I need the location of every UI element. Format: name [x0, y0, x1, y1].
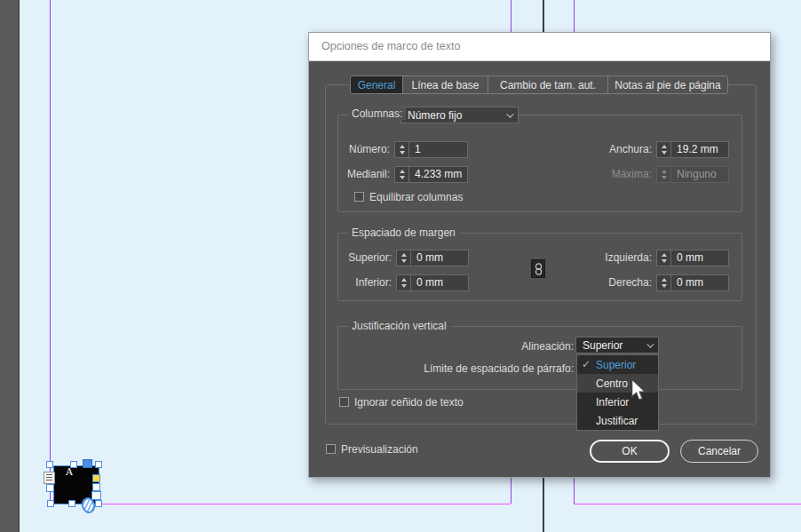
- menu-item-superior[interactable]: ✓ Superior: [577, 355, 658, 374]
- link-insets-toggle[interactable]: [531, 259, 545, 278]
- stepper-up-icon: [662, 170, 667, 173]
- bottom-margin-guide-right[interactable]: [574, 504, 801, 504]
- numero-label: Número:: [332, 143, 390, 155]
- stepper-up-icon[interactable]: [401, 253, 407, 257]
- text-frame-options-dialog: Opciones de marco de texto General Línea…: [308, 32, 771, 478]
- derecha-stepper[interactable]: [656, 274, 670, 291]
- bottom-margin-guide-left[interactable]: [50, 504, 511, 504]
- superior-stepper[interactable]: [396, 250, 410, 266]
- derecha-label: Derecha:: [575, 276, 652, 289]
- stepper-down-icon[interactable]: [400, 176, 405, 179]
- chain-link-icon: [535, 263, 543, 275]
- anchura-value[interactable]: 19.2 mm: [670, 141, 729, 158]
- maxima-label: Máxima:: [575, 168, 652, 180]
- paragraph-limit-label: Límite de espaciado de párrafo:: [405, 362, 574, 375]
- medianil-field[interactable]: 4.233 mm: [394, 166, 468, 183]
- columns-mode-value: Número fijo: [408, 109, 462, 122]
- tab-notas-al-pie[interactable]: Notas al pie de página: [608, 76, 727, 93]
- stepper-up-icon[interactable]: [662, 253, 667, 257]
- stepper-down-icon[interactable]: [662, 284, 667, 288]
- ok-button[interactable]: OK: [590, 440, 670, 463]
- tab-general[interactable]: General: [351, 76, 403, 93]
- alineacion-value: Superior: [583, 339, 623, 352]
- maxima-stepper: [656, 166, 670, 183]
- left-margin-guide[interactable]: [50, 0, 51, 504]
- stepper-up-icon[interactable]: [400, 170, 405, 173]
- stepper-down-icon[interactable]: [401, 284, 407, 288]
- vjust-groupbox: [337, 326, 742, 390]
- izquierda-stepper[interactable]: [656, 250, 670, 266]
- medianil-label: Medianil:: [332, 168, 390, 180]
- dialog-title: Opciones de marco de texto: [321, 40, 460, 52]
- stepper-up-icon[interactable]: [662, 145, 667, 148]
- medianil-stepper[interactable]: [394, 166, 408, 183]
- pasteboard-strip: [0, 0, 20, 532]
- anchura-field[interactable]: 19.2 mm: [656, 141, 729, 158]
- inset-legend: Espaciado de margen: [348, 226, 459, 239]
- columns-mode-dropdown[interactable]: Número fijo: [400, 107, 519, 123]
- stepper-up-icon[interactable]: [662, 278, 667, 282]
- derecha-field[interactable]: 0 mm: [656, 274, 729, 291]
- dialog-titlebar[interactable]: Opciones de marco de texto: [309, 33, 770, 61]
- corner-options-handle[interactable]: [92, 474, 100, 482]
- indesign-canvas: A Opciones de marco de texto General Lín…: [0, 0, 801, 532]
- handle-top-right[interactable]: [95, 461, 102, 468]
- derecha-value[interactable]: 0 mm: [670, 274, 729, 291]
- medianil-value[interactable]: 4.233 mm: [408, 166, 468, 183]
- chevron-down-icon: [646, 340, 654, 347]
- handle-bottom-right[interactable]: [95, 500, 102, 507]
- izquierda-field[interactable]: 0 mm: [656, 250, 729, 266]
- stepper-down-icon: [662, 176, 667, 179]
- frame-inport-icon[interactable]: [83, 459, 92, 468]
- handle-bottom-left[interactable]: [47, 500, 54, 507]
- handle-right-lower[interactable]: [91, 491, 101, 500]
- inferior-field[interactable]: 0 mm: [396, 274, 469, 291]
- maxima-value: Ninguno: [670, 166, 729, 183]
- numero-field[interactable]: 1: [394, 141, 468, 158]
- menu-item-justificar[interactable]: Justificar: [577, 411, 658, 430]
- izquierda-label: Izquierda:: [575, 251, 652, 264]
- frame-inport-handle[interactable]: [46, 484, 54, 492]
- menu-item-label: Centro: [596, 377, 628, 390]
- superior-value[interactable]: 0 mm: [410, 250, 469, 266]
- tab-linea-de-base[interactable]: Línea de base: [403, 76, 488, 93]
- text-thread-icon[interactable]: [44, 472, 55, 484]
- stepper-down-icon[interactable]: [662, 151, 667, 155]
- chevron-down-icon: [506, 110, 513, 117]
- maxima-field: Ninguno: [656, 166, 729, 183]
- izquierda-value[interactable]: 0 mm: [670, 250, 729, 266]
- handle-top-left[interactable]: [46, 461, 53, 468]
- alineacion-label: Alineación:: [503, 340, 574, 353]
- superior-label: Superior:: [332, 251, 392, 264]
- preview-checkbox[interactable]: [326, 444, 336, 454]
- handle-top-mid[interactable]: [70, 461, 77, 468]
- inferior-stepper[interactable]: [396, 274, 410, 291]
- stepper-down-icon[interactable]: [662, 259, 667, 263]
- stepper-up-icon[interactable]: [400, 145, 405, 148]
- ignore-text-wrap-label: Ignorar ceñido de texto: [354, 396, 464, 409]
- menu-item-label: Justificar: [596, 415, 638, 427]
- inferior-value[interactable]: 0 mm: [410, 274, 469, 291]
- stepper-up-icon[interactable]: [401, 278, 407, 282]
- stepper-down-icon[interactable]: [401, 259, 407, 263]
- numero-stepper[interactable]: [394, 141, 408, 158]
- menu-item-label: Superior: [596, 359, 636, 371]
- superior-field[interactable]: 0 mm: [396, 250, 469, 266]
- inferior-label: Inferior:: [332, 276, 392, 289]
- columns-legend: Columnas:: [348, 107, 406, 120]
- ignore-text-wrap-checkbox[interactable]: [339, 397, 349, 407]
- cancel-button[interactable]: Cancelar: [680, 440, 758, 463]
- vjust-legend: Justificación vertical: [348, 320, 450, 332]
- handle-right-mid[interactable]: [92, 483, 100, 491]
- handle-bottom-mid[interactable]: [68, 500, 75, 507]
- dialog-tabstrip: General Línea de base Cambio de tam. aut…: [350, 75, 728, 94]
- alineacion-dropdown[interactable]: Superior: [575, 337, 659, 353]
- mouse-cursor-icon: [630, 379, 647, 407]
- menu-item-label: Inferior: [596, 396, 629, 409]
- anchura-stepper[interactable]: [656, 141, 670, 158]
- checkmark-icon: ✓: [582, 358, 591, 370]
- tab-cambio-de-tam-aut[interactable]: Cambio de tam. aut.: [488, 76, 608, 93]
- numero-value[interactable]: 1: [408, 141, 468, 158]
- stepper-down-icon[interactable]: [400, 151, 405, 155]
- balance-columns-checkbox[interactable]: [354, 192, 364, 202]
